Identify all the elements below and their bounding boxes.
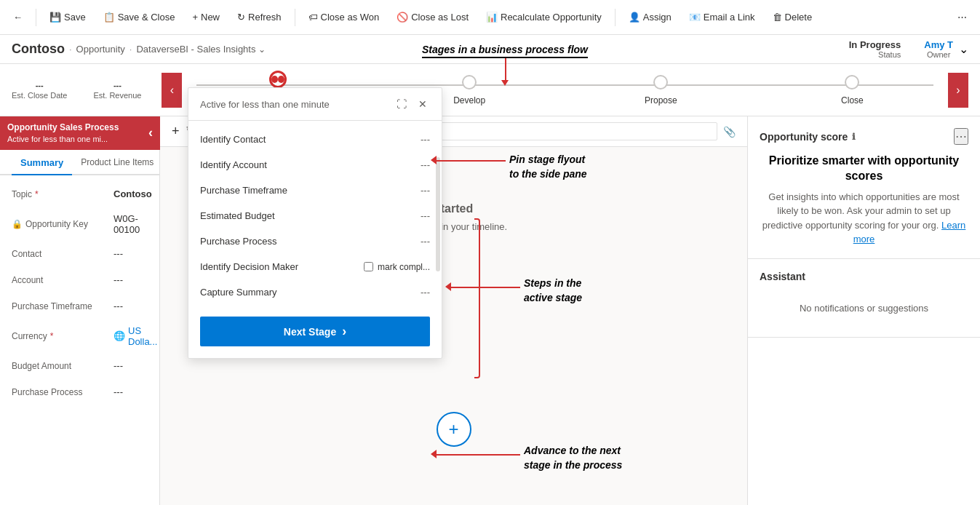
entity-name: Opportunity bbox=[76, 44, 125, 55]
owner-chevron[interactable]: ⌄ bbox=[959, 42, 968, 56]
flyout-title: Active for less than one minute bbox=[200, 99, 330, 110]
field-row-purchase-process: Purchase Process --- bbox=[0, 379, 159, 405]
delete-icon: 🗑 bbox=[773, 12, 782, 23]
email-icon: 📧 bbox=[689, 12, 701, 23]
tab-product-line-items[interactable]: Product Line Items bbox=[72, 150, 162, 175]
field-value-account[interactable]: --- bbox=[113, 274, 148, 285]
stage-circle-close bbox=[845, 75, 859, 90]
close-won-button[interactable]: 🏷 Close as Won bbox=[301, 7, 387, 27]
back-button[interactable]: ← bbox=[6, 7, 30, 27]
opp-score-heading: Prioritize smarter with opportunity scor… bbox=[760, 154, 968, 184]
sidebar-banner-title: Opportunity Sales Process bbox=[7, 122, 119, 134]
assign-label: Assign bbox=[643, 12, 672, 23]
field-value-contact[interactable]: --- bbox=[113, 248, 148, 259]
assistant-section: Assistant No notifications or suggestion… bbox=[748, 259, 980, 338]
assistant-title: Assistant bbox=[760, 271, 805, 282]
est-close-val: --- bbox=[36, 81, 44, 90]
field-value-opp-key[interactable]: W0G-00100 bbox=[113, 213, 148, 235]
save-close-label: Save & Close bbox=[118, 12, 175, 23]
field-row-opp-key: 🔒 Opportunity Key W0G-00100 bbox=[0, 207, 159, 241]
assistant-empty: No notifications or suggestions bbox=[760, 303, 968, 314]
recalculate-icon: 📊 bbox=[486, 12, 498, 23]
flyout-close-button[interactable]: ✕ bbox=[415, 97, 430, 111]
divider-1 bbox=[36, 9, 36, 26]
save-icon: 💾 bbox=[49, 12, 61, 23]
breadcrumb-sub2[interactable]: DataverseBI - Sales Insights ⌄ bbox=[136, 44, 266, 55]
field-row-account: Account --- bbox=[0, 267, 159, 293]
step-label-decision-maker: Identify Decision Maker bbox=[200, 261, 355, 272]
sidebar-banner-sub: Active for less than one mi... bbox=[7, 134, 119, 144]
delete-button[interactable]: 🗑 Delete bbox=[765, 7, 820, 27]
flyout-expand-button[interactable]: ⛶ bbox=[394, 97, 410, 111]
opp-score-more-button[interactable]: ⋯ bbox=[954, 128, 968, 145]
decision-maker-check-label: mark compl... bbox=[378, 262, 430, 272]
step-value-purchase-timeframe: --- bbox=[421, 185, 430, 196]
field-value-purchase-process[interactable]: --- bbox=[113, 386, 148, 397]
decision-maker-checkbox[interactable] bbox=[364, 262, 373, 271]
refresh-button[interactable]: ↻ Refresh bbox=[230, 7, 289, 27]
field-row-contact: Contact --- bbox=[0, 241, 159, 267]
owner-name[interactable]: Amy T bbox=[924, 39, 953, 50]
step-value-purchase-process: --- bbox=[421, 236, 430, 247]
divider-3 bbox=[615, 9, 616, 26]
email-link-button[interactable]: 📧 Email a Link bbox=[682, 7, 762, 27]
step-check-decision-maker: mark compl... bbox=[364, 262, 430, 272]
new-label: New bbox=[201, 12, 220, 23]
field-label-topic: Topic * bbox=[12, 189, 113, 199]
stage-label-develop: Develop bbox=[453, 95, 485, 106]
more-button[interactable]: ⋯ bbox=[950, 7, 974, 27]
floating-add-button[interactable]: + bbox=[437, 412, 471, 447]
bpf-prev-button[interactable]: ‹ bbox=[162, 73, 182, 108]
field-label-contact: Contact bbox=[12, 249, 113, 259]
step-label-estimated-budget: Estimated Budget bbox=[200, 210, 412, 221]
field-value-budget[interactable]: --- bbox=[113, 360, 148, 371]
field-value-currency[interactable]: 🌐 US Dolla... bbox=[113, 325, 157, 347]
sidebar-banner[interactable]: Opportunity Sales Process Active for les… bbox=[0, 116, 160, 150]
info-icon[interactable]: ℹ bbox=[852, 132, 856, 142]
learn-more-link[interactable]: Learn more bbox=[853, 220, 966, 245]
required-indicator: * bbox=[35, 189, 39, 199]
field-row-budget: Budget Amount --- bbox=[0, 353, 159, 379]
assign-button[interactable]: 👤 Assign bbox=[621, 7, 679, 27]
tab-summary[interactable]: Summary bbox=[12, 150, 72, 175]
add-timeline-button[interactable]: + bbox=[172, 124, 180, 139]
opp-score-content: Prioritize smarter with opportunity scor… bbox=[760, 154, 968, 247]
close-lost-button[interactable]: 🚫 Close as Lost bbox=[389, 7, 476, 27]
flyout-scrollbar[interactable] bbox=[436, 157, 440, 271]
bpf-stage-close[interactable]: Close bbox=[757, 75, 948, 106]
refresh-icon: ↻ bbox=[237, 12, 245, 23]
recalculate-label: Recalculate Opportunity bbox=[501, 12, 602, 23]
status-label: Status bbox=[849, 50, 901, 59]
recalculate-button[interactable]: 📊 Recalculate Opportunity bbox=[479, 7, 609, 27]
left-panel: Summary Product Line Items Relate... Top… bbox=[0, 150, 160, 505]
right-panel: Opportunity score ℹ ⋯ Prioritize smarter… bbox=[747, 116, 980, 505]
opp-score-desc: Get insights into which opportunities ar… bbox=[760, 190, 968, 247]
stage-label-close: Close bbox=[841, 95, 864, 106]
stage-circle-propose bbox=[653, 75, 668, 90]
field-value-purchase-timeframe[interactable]: --- bbox=[113, 301, 148, 311]
close-won-icon: 🏷 bbox=[308, 12, 318, 23]
save-close-button[interactable]: 📋 Save & Close bbox=[96, 7, 183, 27]
save-label: Save bbox=[64, 12, 86, 23]
bpf-stage-propose[interactable]: Propose bbox=[565, 75, 757, 106]
field-value-topic[interactable]: Contoso bbox=[113, 188, 152, 199]
divider-2 bbox=[295, 9, 295, 26]
owner-label: Owner bbox=[924, 50, 953, 59]
delete-label: Delete bbox=[785, 12, 813, 23]
bpf-bar: --- Est. Close Date --- Est. Revenue ‹ Q… bbox=[0, 64, 980, 116]
section-title-opp-score: Opportunity score ℹ bbox=[760, 131, 856, 143]
step-label-identify-account: Identify Account bbox=[200, 159, 412, 170]
field-label-purchase-timeframe: Purchase Timeframe bbox=[12, 301, 113, 311]
field-row-purchase-timeframe: Purchase Timeframe --- bbox=[0, 293, 159, 319]
flyout-step-purchase-timeframe: Purchase Timeframe --- bbox=[188, 178, 442, 203]
plus-icon: + bbox=[192, 12, 198, 23]
breadcrumb-bar: Contoso · Opportunity · DataverseBI - Sa… bbox=[0, 35, 980, 64]
field-label-budget: Budget Amount bbox=[12, 361, 113, 371]
new-button[interactable]: + New bbox=[185, 7, 227, 27]
next-stage-button[interactable]: Next Stage › bbox=[200, 317, 430, 346]
sidebar-banner-text: Opportunity Sales Process Active for les… bbox=[7, 122, 119, 144]
bpf-next-button[interactable]: › bbox=[948, 73, 968, 108]
save-button[interactable]: 💾 Save bbox=[42, 7, 93, 27]
record-title: Contoso bbox=[12, 41, 65, 57]
field-label-opp-key: 🔒 Opportunity Key bbox=[12, 219, 113, 229]
